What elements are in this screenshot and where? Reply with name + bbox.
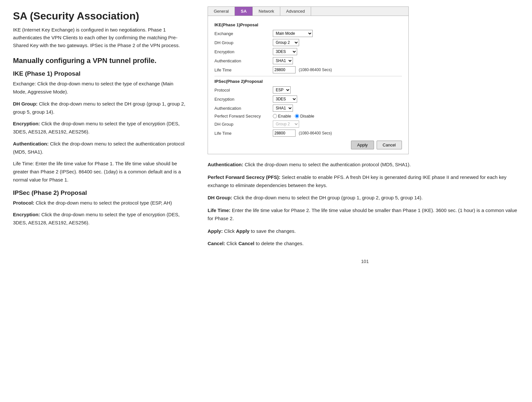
- right-lifetime-text: Life Time: Enter the life time value for…: [208, 207, 522, 223]
- config-panel: General SA Network Advanced IKE(Phase 1)…: [208, 6, 409, 154]
- ike-lifetime-label: Life Time: [214, 68, 273, 72]
- page-title: SA (Security Association): [13, 10, 188, 22]
- right-content: Authentication: Click the drop-down menu…: [208, 161, 522, 264]
- ike-encryption-select[interactable]: 3DES DES AES128 AES192 AES256: [273, 48, 297, 55]
- ike-lifetime-text: Life Time: Enter the life time value for…: [13, 160, 188, 184]
- phase-divider: [214, 76, 402, 76]
- ike-auth-select[interactable]: SHA1 MD5: [273, 57, 293, 64]
- pfs-enable-radio[interactable]: [273, 114, 277, 118]
- ike-section-label: IKE(Phase 1)Proposal: [214, 22, 402, 27]
- page-number: 101: [208, 259, 522, 264]
- protocol-select[interactable]: ESP AH: [273, 86, 291, 94]
- ipsec-auth-select[interactable]: SHA1 MD5: [273, 105, 293, 112]
- ipsec-dh-label: DH Group: [214, 122, 273, 127]
- ipsec-auth-label: Authentication: [214, 106, 273, 111]
- exchange-select[interactable]: Main Mode Aggressive Mode: [273, 30, 313, 37]
- ipsec-encryption-select[interactable]: 3DES DES AES128 AES192 AES256: [273, 95, 297, 103]
- ipsec-section-label: IPSec(Phase 2)Proposal: [214, 79, 402, 84]
- pfs-disable-label[interactable]: Disable: [295, 114, 314, 119]
- right-pfs-text: Perfect Forward Secrecy (PFS): Select en…: [208, 173, 522, 190]
- ike-auth-row: Authentication SHA1 MD5: [214, 57, 402, 64]
- ike-dh-control: Group 2 Group 1 Group 5 Group 14: [273, 39, 299, 46]
- ipsec-lifetime-control: (1080-86400 Secs): [273, 130, 332, 137]
- ipsec-auth-control: SHA1 MD5: [273, 105, 293, 112]
- pfs-control: Enable Disable: [273, 114, 314, 119]
- ike-lifetime-hint: (1080-86400 Secs): [299, 68, 332, 72]
- right-auth-text: Authentication: Click the drop-down menu…: [208, 161, 522, 169]
- ike-dh-row: DH Group Group 2 Group 1 Group 5 Group 1…: [214, 39, 402, 46]
- tab-advanced[interactable]: Advanced: [280, 7, 311, 16]
- config-body: IKE(Phase 1)Proposal Exchange Main Mode …: [208, 16, 408, 154]
- right-dh-text: DH Group: Click the drop-down menu to se…: [208, 194, 522, 202]
- tab-sa[interactable]: SA: [235, 7, 253, 16]
- manual-config-title: Manually configuring a VPN tunnel profil…: [13, 57, 188, 65]
- pfs-disable-radio[interactable]: [295, 114, 299, 118]
- config-tabs: General SA Network Advanced: [208, 7, 408, 16]
- btn-row: Apply Cancel: [214, 141, 402, 149]
- ike-lifetime-input[interactable]: [273, 66, 296, 73]
- ike-lifetime-row: Life Time (1080-86400 Secs): [214, 66, 402, 73]
- right-panel: General SA Network Advanced IKE(Phase 1)…: [201, 0, 532, 402]
- pfs-disable-text: Disable: [300, 114, 314, 119]
- tab-network[interactable]: Network: [253, 7, 280, 16]
- ipsec-lifetime-label: Life Time: [214, 131, 273, 136]
- left-panel: SA (Security Association) IKE (Internet …: [0, 0, 201, 402]
- ipsec-auth-row: Authentication SHA1 MD5: [214, 105, 402, 112]
- ipsec-dh-control: Group 2 Group 1 Group 5 Group 14: [273, 120, 299, 128]
- right-apply-text: Apply: Click Apply to save the changes.: [208, 227, 522, 235]
- ike-auth-control: SHA1 MD5: [273, 57, 293, 64]
- ike-exchange-text: Exchange: Click the drop-down menu to se…: [13, 80, 188, 96]
- pfs-row: Perfect Forward Secrecy Enable Disable: [214, 114, 402, 119]
- ike-encryption-label: Encryption: [214, 49, 273, 54]
- ike-title: IKE (Phase 1) Proposal: [13, 70, 188, 77]
- ipsec-encryption-label: Encryption: [214, 97, 273, 102]
- ipsec-encryption-control: 3DES DES AES128 AES192 AES256: [273, 95, 297, 103]
- protocol-label: Protocol: [214, 88, 273, 93]
- tab-general[interactable]: General: [208, 7, 235, 16]
- intro-text: IKE (Internet Key Exchange) is configure…: [13, 26, 188, 49]
- ipsec-lifetime-input[interactable]: [273, 130, 296, 137]
- protocol-row: Protocol ESP AH: [214, 86, 402, 94]
- ike-dh-text: DH Group: Click the drop-down menu to se…: [13, 100, 188, 116]
- exchange-row: Exchange Main Mode Aggressive Mode: [214, 30, 402, 37]
- pfs-enable-text: Enable: [278, 114, 291, 119]
- ike-encryption-control: 3DES DES AES128 AES192 AES256: [273, 48, 297, 55]
- pfs-enable-label[interactable]: Enable: [273, 114, 291, 119]
- ipsec-lifetime-hint: (1080-86400 Secs): [299, 131, 332, 135]
- exchange-label: Exchange: [214, 31, 273, 36]
- ike-lifetime-control: (1080-86400 Secs): [273, 66, 332, 73]
- ipsec-dh-select[interactable]: Group 2 Group 1 Group 5 Group 14: [273, 120, 299, 128]
- ike-encryption-row: Encryption 3DES DES AES128 AES192 AES256: [214, 48, 402, 55]
- ike-auth-text: Authentication: Click the drop-down menu…: [13, 140, 188, 156]
- protocol-control: ESP AH: [273, 86, 291, 94]
- pfs-label: Perfect Forward Secrecy: [214, 114, 273, 119]
- ipsec-lifetime-row: Life Time (1080-86400 Secs): [214, 130, 402, 137]
- ike-encryption-text: Encryption: Click the drop-down menu to …: [13, 120, 188, 136]
- cancel-button[interactable]: Cancel: [377, 141, 402, 149]
- exchange-control: Main Mode Aggressive Mode: [273, 30, 313, 37]
- ike-auth-label: Authentication: [214, 58, 273, 63]
- ipsec-dh-row: DH Group Group 2 Group 1 Group 5 Group 1…: [214, 120, 402, 128]
- ipsec-encryption-text: Encryption: Click the drop-down menu to …: [13, 211, 188, 227]
- ike-dh-label: DH Group: [214, 40, 273, 45]
- right-cancel-text: Cancel: Click Cancel to delete the chang…: [208, 240, 522, 248]
- apply-button[interactable]: Apply: [351, 141, 374, 149]
- ipsec-protocol-text: Protocol: Click the drop-down menu to se…: [13, 199, 188, 207]
- ipsec-encryption-row: Encryption 3DES DES AES128 AES192 AES256: [214, 95, 402, 103]
- ipsec-title: IPSec (Phase 2) Proposal: [13, 189, 188, 196]
- ike-dh-select[interactable]: Group 2 Group 1 Group 5 Group 14: [273, 39, 299, 46]
